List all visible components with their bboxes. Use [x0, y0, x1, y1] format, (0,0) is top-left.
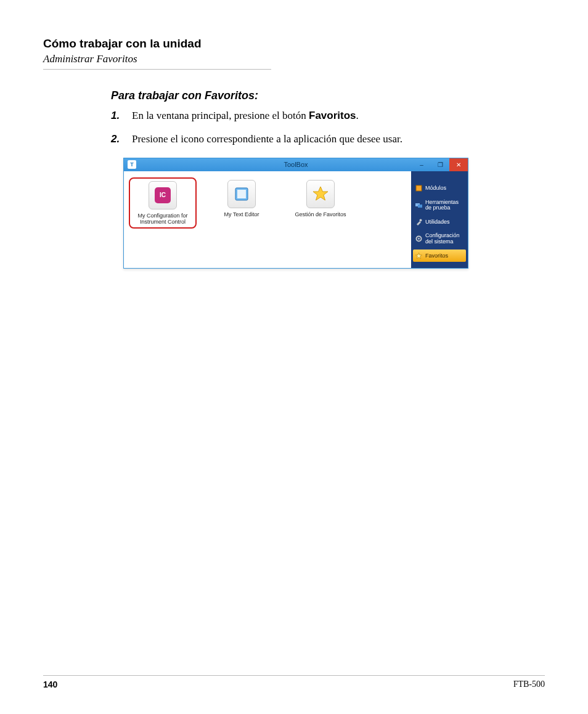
tools-icon	[415, 201, 422, 209]
svg-marker-2	[313, 187, 328, 200]
sidebar-item-utilidades[interactable]: Utilidades	[413, 216, 466, 228]
sidebar-item-label: Favoritos	[425, 253, 448, 259]
document-id: FTB-500	[513, 680, 545, 689]
page-subtitle: Administrar Favoritos	[43, 53, 545, 65]
close-button[interactable]: ✕	[449, 158, 468, 171]
svg-point-6	[419, 219, 422, 221]
toolbox-window: T ToolBox – ❐ ✕ IC My Configuration for …	[123, 158, 468, 269]
section-heading: Para trabajar con Favoritos:	[111, 89, 520, 102]
step-text-pre: En la ventana principal, presione el bot…	[132, 110, 309, 121]
notepad-icon	[227, 180, 256, 208]
sidebar-item-configuracion[interactable]: Configuración del sistema	[413, 230, 466, 247]
sidebar-item-modulos[interactable]: Módulos	[413, 182, 466, 195]
star-icon	[415, 252, 422, 259]
modules-icon	[415, 185, 422, 192]
sidebar-item-favoritos[interactable]: Favoritos	[413, 249, 466, 262]
sidebar-item-label: Módulos	[425, 185, 446, 191]
window-main-area: IC My Configuration for Instrument Contr…	[124, 171, 411, 268]
step-text-bold: Favoritos	[309, 110, 356, 121]
star-icon	[306, 180, 335, 208]
svg-rect-3	[416, 185, 422, 191]
tile-label: My Configuration for Instrument Control	[133, 213, 193, 225]
step-text: En la ventana principal, presione el bot…	[132, 108, 359, 123]
ic-badge-icon: IC	[155, 187, 171, 203]
step-row: 1. En la ventana principal, presione el …	[111, 108, 520, 123]
content-area: Para trabajar con Favoritos: 1. En la ve…	[111, 89, 520, 269]
step-number: 2.	[111, 132, 132, 147]
window-app-icon: T	[128, 160, 136, 169]
page-header: Cómo trabajar con la unidad Administrar …	[43, 37, 545, 70]
svg-marker-9	[415, 253, 422, 258]
step-row: 2. Presione el icono correspondiente a l…	[111, 132, 520, 147]
step-number: 1.	[111, 108, 132, 123]
window-controls: – ❐ ✕	[412, 158, 468, 171]
window-sidebar: Módulos Herramientas de prueba Utilidade…	[411, 171, 468, 268]
tile-label: My Text Editor	[224, 211, 259, 217]
step-text-pre: Presione el icono correspondiente a la a…	[132, 133, 402, 145]
header-rule	[43, 69, 271, 70]
window-body: IC My Configuration for Instrument Contr…	[124, 171, 468, 268]
window-titlebar[interactable]: T ToolBox – ❐ ✕	[124, 158, 468, 171]
sidebar-item-label: Herramientas de prueba	[425, 200, 464, 211]
svg-rect-5	[418, 205, 422, 208]
step-text: Presione el icono correspondiente a la a…	[132, 132, 402, 147]
page-title: Cómo trabajar con la unidad	[43, 37, 545, 51]
sidebar-item-label: Configuración del sistema	[425, 233, 464, 245]
svg-point-8	[418, 238, 420, 240]
app-tile-text-editor[interactable]: My Text Editor	[208, 177, 276, 220]
step-text-post: .	[356, 110, 359, 121]
minimize-button[interactable]: –	[412, 158, 431, 171]
ic-icon: IC	[149, 181, 177, 209]
app-tile-favorites-mgmt[interactable]: Gestión de Favoritos	[287, 177, 354, 220]
maximize-button[interactable]: ❐	[431, 158, 449, 171]
tile-label: Gestión de Favoritos	[295, 211, 346, 217]
svg-rect-1	[237, 190, 246, 198]
app-tile-instrument-control[interactable]: IC My Configuration for Instrument Contr…	[129, 177, 197, 229]
gear-icon	[415, 235, 422, 243]
wrench-icon	[415, 218, 422, 225]
page-footer: 140 FTB-500	[43, 675, 545, 689]
footer-rule	[43, 675, 545, 676]
sidebar-item-herramientas[interactable]: Herramientas de prueba	[413, 197, 466, 214]
sidebar-item-label: Utilidades	[425, 219, 450, 225]
page-number: 140	[43, 680, 57, 689]
window-title: ToolBox	[284, 161, 308, 168]
